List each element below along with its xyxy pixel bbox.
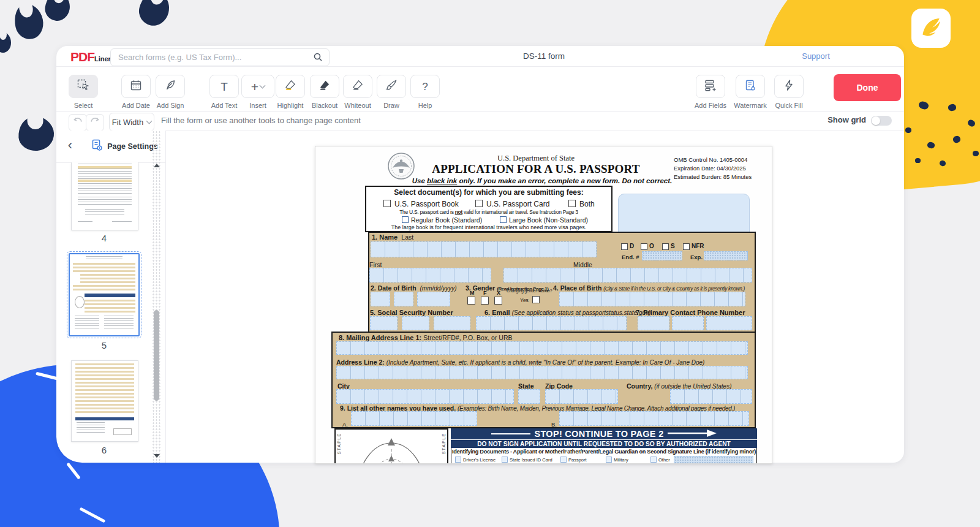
page-thumbnail-5[interactable]: [69, 253, 140, 336]
checkbox-large-book[interactable]: [500, 216, 507, 223]
city-field[interactable]: [336, 389, 514, 404]
ssn-field-3[interactable]: [434, 316, 470, 330]
other-name-b-field[interactable]: [559, 411, 749, 426]
place-of-birth-field[interactable]: [559, 292, 745, 306]
phone-field-3[interactable]: [706, 316, 752, 330]
sidebar-collapse-button[interactable]: ‹: [56, 131, 85, 163]
pdfliner-logo[interactable]: PDFLiner: [70, 50, 111, 64]
fee-selection-box: Select document(s) for which you are sub…: [365, 186, 612, 232]
sidebar-divider: [165, 131, 166, 463]
country-field[interactable]: [670, 389, 752, 404]
tool-blackout[interactable]: Blackout: [311, 75, 339, 109]
search-icon[interactable]: [313, 52, 323, 64]
tool-add-sign[interactable]: Add Sign: [156, 75, 184, 109]
tool-add-text[interactable]: T Add Text: [210, 75, 238, 109]
app-panel: PDFLiner DS-11 form Support Select Add D…: [56, 46, 904, 463]
name-middle-field[interactable]: [503, 268, 752, 282]
checkbox-o[interactable]: [641, 243, 647, 250]
watermark-icon: [744, 79, 756, 94]
other-document-field[interactable]: [674, 456, 753, 463]
name-first-field[interactable]: [369, 268, 491, 282]
support-link[interactable]: Support: [797, 51, 834, 61]
ssn-field-2[interactable]: [402, 316, 429, 330]
checkbox-passport-book[interactable]: [383, 200, 391, 207]
checkbox-gender-m[interactable]: [467, 297, 475, 305]
page-thumbnail-6[interactable]: [71, 360, 138, 442]
screen: PDFLiner DS-11 form Support Select Add D…: [0, 0, 980, 527]
name-last-field[interactable]: [371, 241, 597, 257]
logo-liner-text: Liner: [94, 55, 111, 63]
identifying-documents-section: Identifying Documents - Applicant or Mot…: [451, 448, 757, 464]
state-field[interactable]: [518, 389, 540, 404]
search-input[interactable]: [117, 49, 309, 66]
select-icon: [77, 78, 90, 94]
dob-year-field[interactable]: [417, 292, 450, 306]
undo-button[interactable]: [69, 114, 87, 131]
plus-icon: +: [251, 80, 258, 93]
pdfliner-badge-icon: [918, 14, 944, 42]
page-number-label: 5: [69, 340, 140, 351]
zip-field[interactable]: [545, 389, 618, 404]
scroll-down-arrow[interactable]: [154, 454, 160, 458]
tool-whiteout[interactable]: Whiteout: [344, 75, 372, 109]
tool-add-date[interactable]: Add Date: [122, 75, 150, 109]
done-button[interactable]: Done: [834, 74, 901, 101]
search-form: [110, 48, 330, 66]
dob-month-field[interactable]: [371, 292, 390, 306]
phone-field-1[interactable]: [638, 316, 669, 330]
redo-icon: [90, 117, 100, 128]
email-field[interactable]: [476, 316, 627, 330]
expiration-field[interactable]: [704, 251, 748, 260]
stop-banner: STOP! CONTINUE TO PAGE 2 DO NOT SIGN APP…: [451, 428, 757, 448]
checkbox-military[interactable]: [606, 457, 612, 463]
logo-pdf-text: PDF: [70, 50, 94, 64]
thumbnails-scrollbar[interactable]: [152, 131, 161, 463]
tool-watermark[interactable]: Watermark: [736, 75, 764, 109]
checkbox-drivers-license[interactable]: [455, 457, 461, 463]
checkbox-s[interactable]: [662, 243, 669, 250]
lightning-icon: [783, 79, 794, 94]
tool-add-fields[interactable]: Add Fields: [696, 75, 725, 109]
checkbox-state-id[interactable]: [502, 457, 508, 463]
ssn-field-1[interactable]: [370, 316, 398, 330]
page-thumbnail-4[interactable]: [71, 162, 138, 230]
calendar-icon: [130, 79, 142, 94]
scrollbar-thumb[interactable]: [154, 310, 159, 401]
checkbox-passport-card[interactable]: [475, 200, 483, 207]
checkbox-passport-doc[interactable]: [560, 457, 567, 463]
add-fields-icon: [704, 79, 717, 94]
tool-insert[interactable]: + Insert: [242, 75, 274, 109]
pdfliner-badge: [911, 9, 951, 48]
photo-alignment-oval: [344, 431, 439, 464]
tool-help[interactable]: ? Help: [411, 75, 439, 109]
address-line1-field[interactable]: [336, 341, 748, 355]
show-grid-label: Show grid: [823, 115, 866, 124]
text-icon: T: [221, 81, 228, 93]
other-name-a-field[interactable]: [351, 411, 477, 426]
checkbox-d[interactable]: [621, 243, 628, 250]
checkbox-regular-book[interactable]: [402, 216, 409, 223]
banner-dash: [491, 433, 530, 435]
tool-quick-fill[interactable]: Quick Fill: [775, 75, 803, 109]
dob-day-field[interactable]: [394, 292, 413, 306]
checkbox-gender-f[interactable]: [481, 297, 489, 305]
show-grid-toggle[interactable]: [871, 116, 892, 126]
tool-draw[interactable]: Draw: [377, 75, 405, 109]
chevron-down-icon: [146, 118, 153, 124]
scroll-up-arrow[interactable]: [154, 164, 160, 167]
address-line2-field[interactable]: [336, 366, 748, 379]
redo-button[interactable]: [86, 114, 104, 131]
checkbox-other[interactable]: [650, 457, 657, 463]
phone-field-2[interactable]: [672, 316, 704, 330]
tool-select[interactable]: Select: [69, 75, 97, 109]
zoom-mode-select[interactable]: Fit Width: [109, 113, 154, 131]
checkbox-both[interactable]: [568, 200, 576, 207]
checkbox-nfr[interactable]: [683, 243, 690, 250]
checkbox-gender-change-yes[interactable]: [532, 296, 540, 303]
page-number-label: 4: [71, 233, 137, 243]
form-agency: U.S. Department of State: [438, 154, 634, 163]
endorsement-number-field[interactable]: [642, 251, 682, 260]
checkbox-gender-x[interactable]: [494, 297, 502, 305]
document-page: U.S. Department of State APPLICATION FOR…: [315, 146, 772, 464]
tool-highlight[interactable]: Highlight: [276, 75, 304, 109]
